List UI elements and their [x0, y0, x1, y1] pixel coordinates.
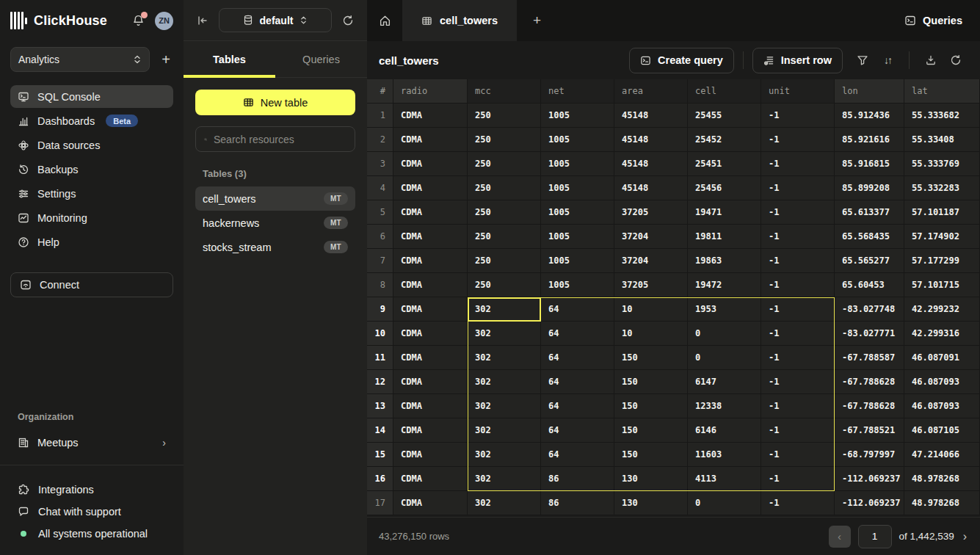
filter-button[interactable] — [850, 48, 875, 73]
grid-cell[interactable]: 37204 — [614, 225, 688, 249]
column-header-unit[interactable]: unit — [761, 79, 835, 104]
row-number[interactable]: 11 — [367, 346, 393, 370]
grid-cell[interactable]: 46.087091 — [904, 346, 980, 370]
grid-cell[interactable]: 45148 — [614, 104, 688, 128]
grid-cell[interactable]: 6146 — [688, 418, 761, 443]
grid-cell[interactable]: -1 — [761, 467, 835, 491]
sidebar-item-data-sources[interactable]: Data sources — [10, 134, 173, 156]
add-workspace-button[interactable]: + — [159, 51, 173, 68]
insert-row-button[interactable]: Insert row — [752, 48, 843, 73]
grid-cell[interactable]: -1 — [761, 273, 835, 297]
grid-cell[interactable]: CDMA — [393, 273, 468, 297]
grid-cell[interactable]: 65.565277 — [835, 249, 904, 273]
create-query-button[interactable]: Create query — [629, 48, 734, 73]
grid-cell[interactable]: 85.921616 — [835, 128, 904, 152]
page-input[interactable] — [858, 525, 892, 548]
grid-cell[interactable]: 250 — [468, 225, 541, 249]
column-header-mcc[interactable]: mcc — [468, 79, 541, 104]
grid-cell[interactable]: 64 — [541, 370, 614, 394]
grid-cell[interactable]: CDMA — [393, 418, 468, 443]
grid-cell[interactable]: 250 — [468, 249, 541, 273]
tab-queries[interactable]: Queries — [275, 41, 367, 77]
grid-cell[interactable]: CDMA — [393, 297, 468, 322]
grid-cell[interactable]: -83.027748 — [835, 297, 904, 322]
grid-cell[interactable]: 4113 — [688, 467, 761, 491]
grid-cell[interactable]: CDMA — [393, 322, 468, 346]
grid-cell[interactable]: 0 — [688, 346, 761, 370]
grid-cell[interactable]: 250 — [468, 104, 541, 128]
grid-cell[interactable]: -1 — [761, 104, 835, 128]
grid-cell[interactable]: -68.797997 — [835, 443, 904, 467]
grid-cell[interactable]: 150 — [614, 370, 688, 394]
sidebar-item-integrations[interactable]: Integrations — [0, 479, 184, 501]
row-number[interactable]: 7 — [367, 249, 393, 273]
sidebar-item-dashboards[interactable]: DashboardsBeta — [10, 109, 173, 132]
collapse-panel-button[interactable] — [197, 15, 208, 26]
prev-page-button[interactable]: ‹ — [829, 526, 851, 548]
new-table-button[interactable]: New table — [195, 90, 355, 115]
column-header-area[interactable]: area — [614, 79, 688, 104]
grid-cell[interactable]: CDMA — [393, 346, 468, 370]
grid-cell[interactable]: 19471 — [688, 200, 761, 225]
grid-cell[interactable]: 250 — [468, 200, 541, 225]
grid-cell[interactable]: 1005 — [541, 249, 614, 273]
grid-cell[interactable]: 85.916815 — [835, 152, 904, 176]
grid-cell[interactable]: 130 — [614, 491, 688, 515]
sidebar-item-help[interactable]: Help — [10, 231, 173, 253]
grid-cell[interactable]: 1005 — [541, 176, 614, 200]
grid-cell[interactable]: 25451 — [688, 152, 761, 176]
grid-cell[interactable]: 150 — [614, 443, 688, 467]
grid-cell[interactable]: -1 — [761, 370, 835, 394]
grid-cell[interactable]: 85.912436 — [835, 104, 904, 128]
database-selector[interactable]: default — [219, 8, 332, 32]
grid-cell[interactable]: 25456 — [688, 176, 761, 200]
grid-cell[interactable]: 37205 — [614, 200, 688, 225]
grid-cell[interactable]: 46.087105 — [904, 418, 980, 443]
grid-cell[interactable]: 45148 — [614, 176, 688, 200]
table-list-item-hackernews[interactable]: hackernewsMT — [195, 211, 355, 235]
grid-cell[interactable]: 64 — [541, 418, 614, 443]
grid-cell[interactable]: 1005 — [541, 104, 614, 128]
grid-cell[interactable]: 65.568435 — [835, 225, 904, 249]
system-status[interactable]: All systems operational — [0, 523, 184, 545]
column-header-net[interactable]: net — [541, 79, 614, 104]
grid-cell[interactable]: 46.087093 — [904, 394, 980, 418]
grid-cell[interactable]: 64 — [541, 443, 614, 467]
grid-cell[interactable]: -67.788587 — [835, 346, 904, 370]
grid-cell[interactable]: -1 — [761, 443, 835, 467]
grid-cell[interactable]: 46.087093 — [904, 370, 980, 394]
grid-cell[interactable]: CDMA — [393, 104, 468, 128]
grid-cell[interactable]: CDMA — [393, 394, 468, 418]
grid-cell[interactable]: 55.333769 — [904, 152, 980, 176]
grid-cell[interactable]: 64 — [541, 346, 614, 370]
grid-cell[interactable]: -1 — [761, 394, 835, 418]
grid-cell[interactable]: 12338 — [688, 394, 761, 418]
grid-cell[interactable]: 48.978268 — [904, 491, 980, 515]
notifications-button[interactable] — [132, 14, 145, 27]
row-number[interactable]: 2 — [367, 128, 393, 152]
grid-cell[interactable]: 1005 — [541, 152, 614, 176]
column-header-lon[interactable]: lon — [835, 79, 904, 104]
sidebar-item-settings[interactable]: Settings — [10, 182, 173, 205]
grid-cell[interactable]: 25455 — [688, 104, 761, 128]
grid-cell[interactable]: CDMA — [393, 176, 468, 200]
grid-cell[interactable]: 0 — [688, 322, 761, 346]
grid-cell[interactable]: -83.027771 — [835, 322, 904, 346]
next-page-button[interactable]: › — [962, 530, 968, 543]
grid-cell[interactable]: CDMA — [393, 128, 468, 152]
row-number[interactable]: 6 — [367, 225, 393, 249]
grid-cell[interactable]: CDMA — [393, 152, 468, 176]
grid-cell[interactable]: -1 — [761, 200, 835, 225]
grid-cell[interactable]: 37205 — [614, 273, 688, 297]
column-header-rownum[interactable]: # — [367, 79, 393, 104]
grid-cell[interactable]: 250 — [468, 128, 541, 152]
grid-cell[interactable]: 57.177299 — [904, 249, 980, 273]
grid-cell[interactable]: 150 — [614, 394, 688, 418]
grid-cell[interactable]: CDMA — [393, 443, 468, 467]
grid-cell[interactable]: -1 — [761, 249, 835, 273]
grid-cell[interactable]: 57.101187 — [904, 200, 980, 225]
row-number[interactable]: 5 — [367, 200, 393, 225]
grid-cell[interactable]: 19472 — [688, 273, 761, 297]
grid-cell[interactable]: 1005 — [541, 225, 614, 249]
row-number[interactable]: 10 — [367, 322, 393, 346]
